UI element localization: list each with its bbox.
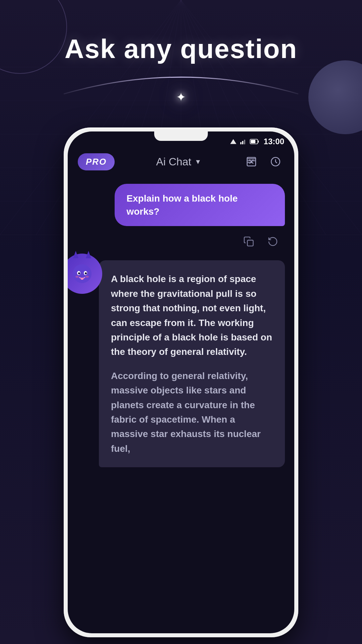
app-title-section[interactable]: Ai Chat ▼: [156, 156, 201, 168]
ai-avatar-circle: [68, 254, 102, 294]
ai-response-bubble: A black hole is a region of space where …: [99, 260, 285, 467]
app-title: Ai Chat: [156, 156, 191, 168]
phone-outer: 13:00 PRO Ai Chat ▼: [64, 127, 298, 637]
ai-face-icon: [70, 262, 94, 285]
light-burst: [174, 91, 188, 104]
history-button[interactable]: [267, 153, 284, 170]
wifi-icon: [230, 138, 237, 145]
header-actions: [243, 153, 284, 170]
svg-point-34: [75, 276, 79, 278]
svg-point-32: [78, 272, 80, 274]
history-icon: [270, 156, 281, 167]
status-icons: 13:00: [230, 137, 284, 146]
copy-icon: [243, 236, 254, 247]
clear-icon: [246, 156, 257, 167]
app-header: PRO Ai Chat ▼: [68, 150, 294, 177]
chat-content: Explain how a black hole works?: [68, 177, 294, 474]
pro-badge[interactable]: PRO: [78, 153, 115, 170]
undo-icon: [267, 236, 278, 247]
svg-rect-28: [247, 240, 253, 246]
ai-avatar: [68, 254, 102, 294]
svg-marker-17: [230, 139, 236, 144]
ai-response-row: A black hole is a region of space where …: [77, 260, 285, 467]
svg-point-36: [81, 278, 83, 280]
ai-response-text-1: A black hole is a region of space where …: [111, 272, 273, 359]
clock-time: 13:00: [264, 137, 284, 146]
chevron-down-icon: ▼: [195, 158, 201, 166]
svg-rect-18: [240, 142, 241, 144]
svg-rect-22: [258, 141, 259, 143]
phone-mockup: 13:00 PRO Ai Chat ▼: [64, 127, 298, 644]
svg-rect-23: [251, 140, 255, 143]
phone-notch: [154, 131, 208, 141]
regenerate-button[interactable]: [264, 233, 282, 250]
user-message-text: Explain how a black hole works?: [127, 193, 238, 217]
battery-icon: [250, 139, 259, 145]
svg-rect-19: [242, 141, 243, 144]
svg-point-33: [85, 272, 87, 274]
svg-point-29: [73, 264, 92, 283]
ghost-horns-decoration: [73, 251, 91, 258]
svg-point-35: [85, 276, 89, 278]
signal-bars-icon: [240, 138, 247, 145]
ai-response-text-2: According to general relativity, massive…: [111, 369, 273, 456]
horn-left: [73, 251, 78, 258]
user-message-bubble: Explain how a black hole works?: [115, 184, 285, 226]
clear-chat-button[interactable]: [243, 153, 260, 170]
phone-screen: 13:00 PRO Ai Chat ▼: [68, 131, 294, 633]
page-title: Ask any question: [0, 34, 362, 64]
svg-rect-20: [244, 140, 245, 145]
copy-button[interactable]: [240, 233, 257, 250]
message-actions: [77, 233, 285, 250]
horn-right: [86, 251, 91, 258]
